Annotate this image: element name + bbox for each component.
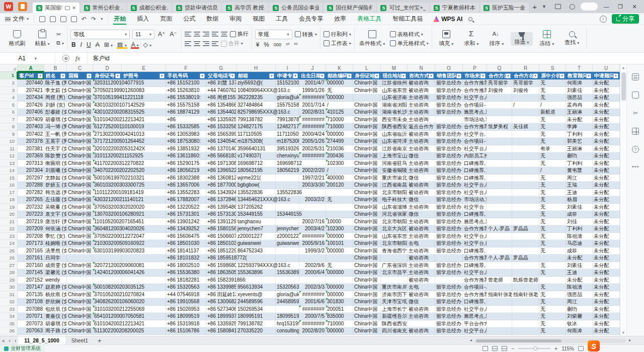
filter-button[interactable]: ▼: [319, 73, 325, 78]
cell[interactable]: 未分配: [593, 269, 620, 277]
cell[interactable]: 市场活动,市: [463, 116, 487, 124]
add-sheet-button[interactable]: +: [94, 337, 105, 344]
cell[interactable]: 留学总经办: [435, 102, 463, 109]
column-letter-E[interactable]: E: [122, 64, 166, 72]
cell[interactable]: China中国: [67, 174, 93, 182]
cell[interactable]: 244589596: [236, 298, 276, 306]
cell[interactable]: 430321200211140121: [93, 196, 122, 204]
cell[interactable]: +86 1573130169: [206, 211, 236, 218]
cell[interactable]: 刘俊伶: [512, 87, 539, 95]
redo-icon[interactable]: ↷: [91, 16, 96, 22]
cell[interactable]: 陈祖清: [566, 233, 593, 240]
cell[interactable]: +86 1580841999:: [206, 327, 236, 335]
header-cell[interactable]: 邮箱▼: [236, 72, 276, 79]
cell[interactable]: +86 1580156591: [206, 225, 236, 233]
layout-switch-icon[interactable]: [552, 2, 564, 11]
cell[interactable]: ########: [299, 306, 326, 313]
filter-button[interactable]: ▼: [613, 73, 618, 78]
cell[interactable]: +44 7460762888: [206, 87, 236, 95]
cell[interactable]: 340826200106060020: [93, 298, 122, 306]
cell[interactable]: 彭睿婧 (女: [44, 109, 67, 116]
cell[interactable]: 指南针张老: [512, 291, 539, 299]
cell[interactable]: +86 1851229020(: [206, 247, 236, 255]
cell[interactable]: +86 1391129694: [206, 218, 236, 226]
cell[interactable]: +86 1396522100:: [206, 167, 236, 174]
row-number[interactable]: 7: [0, 116, 18, 124]
row-number[interactable]: 10: [0, 138, 18, 145]
cell[interactable]: 上海市长宁: [381, 306, 408, 313]
cell[interactable]: [512, 204, 539, 211]
cell[interactable]: 山东省淄博: [381, 204, 408, 211]
cell[interactable]: 何雨涛: [566, 327, 593, 335]
cell[interactable]: +86 15538019:: [166, 94, 206, 102]
cell[interactable]: 市场活动,市: [463, 196, 487, 204]
cell[interactable]: 郭美艺: [566, 138, 593, 145]
cell[interactable]: 李婵: [566, 123, 593, 131]
cell[interactable]: 黄嘉仪 (女: [44, 313, 67, 320]
cell[interactable]: China中国: [67, 131, 93, 138]
cell[interactable]: [487, 189, 512, 197]
cell[interactable]: [512, 189, 539, 197]
cell[interactable]: +86 15026953: [166, 306, 206, 313]
decrease-font-icon[interactable]: A⁻: [169, 31, 178, 38]
cell[interactable]: 未分配: [593, 313, 620, 320]
cell[interactable]: +86 1859518772(: [206, 254, 236, 262]
cell[interactable]: [299, 277, 326, 284]
cell[interactable]: 何雨涛: [566, 79, 593, 87]
cell[interactable]: 社交平台,/: [463, 145, 487, 153]
cell[interactable]: 207381: [18, 145, 44, 153]
cell[interactable]: 无: [539, 240, 566, 247]
cell[interactable]: 000000: [326, 327, 353, 335]
cell[interactable]: [487, 218, 512, 226]
cell[interactable]: 207297: [18, 174, 44, 182]
cell[interactable]: 153205639: [276, 284, 299, 291]
cell[interactable]: 200436: [326, 152, 353, 160]
sum-button[interactable]: Σ 求和 ▾: [460, 30, 482, 47]
align-bottom-icon[interactable]: [203, 31, 209, 37]
cell[interactable]: 北京市朝阳: [381, 240, 408, 247]
cell[interactable]: 无: [539, 189, 566, 197]
cell[interactable]: 周子路 (女: [44, 327, 67, 335]
account-avatar[interactable]: [581, 3, 598, 11]
cell[interactable]: 主动咨询: [408, 218, 435, 226]
cell[interactable]: +86 15320563: [166, 284, 206, 291]
cell[interactable]: 陈歆赞 (女: [44, 152, 67, 160]
filter-button[interactable]: ▼: [347, 73, 352, 78]
row-number[interactable]: 36: [0, 327, 18, 335]
cell[interactable]: China中国: [353, 87, 381, 95]
sort-button[interactable]: A↓ 排序 ▾: [486, 30, 508, 47]
cell[interactable]: 留学总经办: [435, 138, 463, 145]
cell[interactable]: [512, 284, 539, 291]
cell[interactable]: 去电: [408, 240, 435, 247]
cell[interactable]: 曾老师: [487, 277, 512, 284]
cell[interactable]: 被动咨询: [408, 79, 435, 87]
cell[interactable]: 207369: [18, 152, 44, 160]
cell[interactable]: 留学总经办: [435, 291, 463, 299]
column-letter-I[interactable]: I: [276, 64, 299, 72]
cell[interactable]: 微信: [408, 174, 435, 182]
cell[interactable]: 未分配: [593, 218, 620, 226]
normal-view-icon[interactable]: [482, 346, 488, 351]
cell[interactable]: 2000/7/5: [299, 313, 326, 320]
cell[interactable]: 000000: [326, 247, 353, 255]
cell[interactable]: 陈祖清: [566, 284, 593, 291]
menu-tab-公式[interactable]: 公式: [178, 13, 201, 25]
cell[interactable]: 主动咨询: [408, 116, 435, 124]
cell[interactable]: 207219: [18, 218, 44, 226]
cell[interactable]: +86 1354866895:: [206, 102, 236, 109]
row-number[interactable]: 17: [0, 189, 18, 197]
cell[interactable]: 200051: [326, 306, 353, 313]
cell[interactable]: 无: [539, 87, 566, 95]
cell[interactable]: 微信: [408, 298, 435, 306]
row-number[interactable]: 32: [0, 298, 18, 306]
cell[interactable]: 济南市历下: [381, 291, 408, 299]
cell[interactable]: 马恋迪: [566, 240, 593, 247]
convert-button[interactable]: 转换 ▾: [295, 31, 317, 38]
cell[interactable]: [67, 254, 93, 262]
column-letter-H[interactable]: H: [236, 64, 276, 72]
cell[interactable]: 207265: [18, 196, 44, 204]
cell[interactable]: 指南针张老: [487, 291, 512, 299]
cell[interactable]: jennychen7: [276, 225, 299, 233]
cell[interactable]: [326, 277, 353, 284]
cell[interactable]: China中国: [353, 313, 381, 320]
